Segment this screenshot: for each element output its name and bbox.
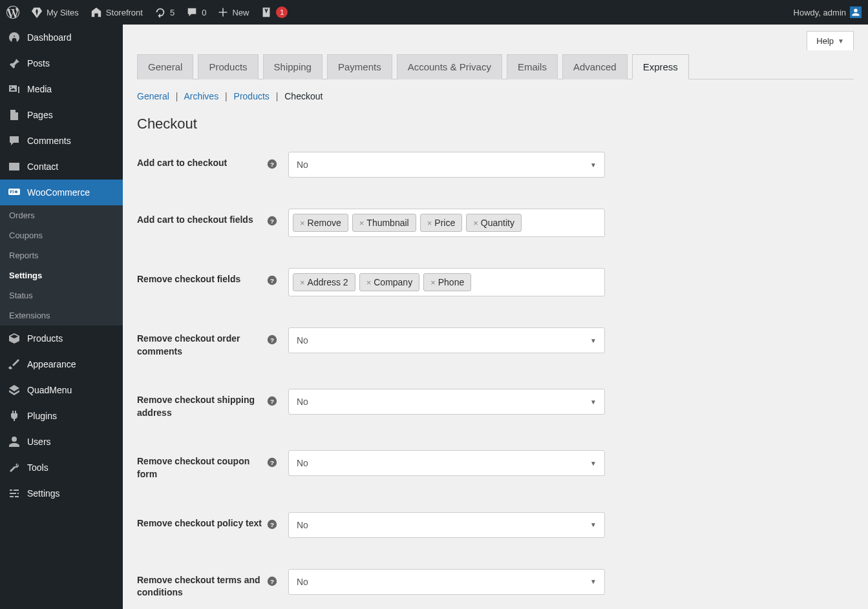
- chevron-down-icon: ▼: [590, 460, 597, 467]
- sidebar-item-settings[interactable]: Settings: [0, 480, 123, 506]
- my-sites-link[interactable]: My Sites: [31, 6, 79, 18]
- comments-icon: [8, 134, 21, 147]
- select-value: No: [297, 335, 308, 346]
- sidebar-item-contact[interactable]: Contact: [0, 154, 123, 180]
- avatar-icon: [850, 6, 862, 18]
- help-icon[interactable]: ?: [266, 395, 278, 407]
- tag-remove[interactable]: ×Remove: [293, 214, 348, 232]
- sidebar-item-tools[interactable]: Tools: [0, 455, 123, 480]
- help-label: Help: [816, 36, 834, 46]
- close-icon[interactable]: ×: [473, 218, 478, 228]
- field-remove-fields: Remove checkout fields ? ×Address 2 ×Com…: [137, 268, 854, 296]
- sidebar-sub-status[interactable]: Status: [0, 285, 123, 305]
- brush-icon: [8, 358, 21, 371]
- plug-icon: [8, 409, 21, 422]
- svg-text:?: ?: [270, 277, 274, 284]
- help-icon[interactable]: ?: [266, 274, 278, 286]
- sidebar-sub-orders[interactable]: Orders: [0, 205, 123, 225]
- chevron-down-icon: ▼: [838, 37, 844, 45]
- yoast-link[interactable]: 1: [260, 6, 288, 18]
- pushpin-icon: [8, 57, 21, 70]
- sidebar-item-appearance[interactable]: Appearance: [0, 351, 123, 377]
- tag-address2[interactable]: ×Address 2: [293, 273, 355, 291]
- close-icon[interactable]: ×: [300, 218, 305, 228]
- tab-express[interactable]: Express: [632, 54, 689, 79]
- select-order-comments[interactable]: No ▼: [288, 327, 605, 353]
- sidebar-sub-coupons[interactable]: Coupons: [0, 225, 123, 245]
- sidebar-submenu: Orders Coupons Reports Settings Status E…: [0, 205, 123, 325]
- close-icon[interactable]: ×: [300, 278, 305, 287]
- close-icon[interactable]: ×: [430, 278, 436, 287]
- close-icon[interactable]: ×: [359, 218, 365, 228]
- subtab-general[interactable]: General: [137, 91, 169, 101]
- tab-emails[interactable]: Emails: [507, 54, 558, 79]
- tag-company[interactable]: ×Company: [359, 273, 420, 291]
- new-label: New: [232, 8, 249, 17]
- select-policy[interactable]: No ▼: [288, 512, 605, 538]
- close-icon[interactable]: ×: [427, 218, 432, 228]
- media-icon: [8, 83, 21, 96]
- sidebar-label: Posts: [27, 58, 50, 68]
- account-link[interactable]: Howdy, admin: [794, 6, 862, 18]
- tab-products[interactable]: Products: [198, 54, 258, 79]
- help-icon[interactable]: ?: [266, 519, 278, 530]
- updates-link[interactable]: 5: [154, 6, 175, 18]
- select-add-cart[interactable]: No ▼: [288, 152, 605, 178]
- sidebar-item-comments[interactable]: Comments: [0, 128, 123, 154]
- help-icon[interactable]: ?: [266, 334, 278, 346]
- sidebar-item-users[interactable]: Users: [0, 429, 123, 455]
- sidebar-item-woocommerce[interactable]: WooCommerce: [0, 180, 123, 205]
- tab-accounts-privacy[interactable]: Accounts & Privacy: [397, 54, 502, 79]
- sidebar-label: Dashboard: [27, 32, 72, 43]
- help-button[interactable]: Help ▼: [807, 31, 854, 50]
- field-add-cart: Add cart to checkout ? No ▼: [137, 152, 854, 178]
- multiselect-cart-fields[interactable]: ×Remove ×Thumbnail ×Price ×Quantity: [288, 209, 605, 237]
- help-icon[interactable]: ?: [266, 457, 278, 468]
- subtab-products[interactable]: Products: [234, 91, 270, 101]
- sidebar-item-media[interactable]: Media: [0, 76, 123, 102]
- tag-quantity[interactable]: ×Quantity: [466, 214, 522, 232]
- select-coupon[interactable]: No ▼: [288, 450, 605, 476]
- help-icon[interactable]: ?: [266, 158, 278, 170]
- tag-price[interactable]: ×Price: [420, 214, 463, 232]
- new-link[interactable]: New: [218, 7, 249, 17]
- tab-general[interactable]: General: [137, 54, 193, 79]
- sidebar-item-posts[interactable]: Posts: [0, 50, 123, 76]
- tag-thumbnail[interactable]: ×Thumbnail: [352, 214, 416, 232]
- sidebar-item-pages[interactable]: Pages: [0, 102, 123, 128]
- subtab-archives[interactable]: Archives: [184, 91, 218, 101]
- tab-shipping[interactable]: Shipping: [263, 54, 323, 79]
- multiselect-remove-fields[interactable]: ×Address 2 ×Company ×Phone: [288, 268, 605, 296]
- sidebar-label: Appearance: [27, 359, 76, 369]
- help-icon[interactable]: ?: [266, 575, 278, 587]
- sidebar-sub-settings[interactable]: Settings: [0, 265, 123, 285]
- sidebar-item-quadmenu[interactable]: QuadMenu: [0, 377, 123, 403]
- sidebar-item-dashboard[interactable]: Dashboard: [0, 25, 123, 50]
- comments-link[interactable]: 0: [186, 6, 206, 18]
- help-icon[interactable]: ?: [266, 215, 278, 227]
- quadmenu-icon: [8, 384, 21, 397]
- select-terms[interactable]: No ▼: [288, 569, 605, 595]
- site-link[interactable]: Storefront: [90, 6, 143, 18]
- field-coupon: Remove checkout coupon form ? No ▼: [137, 450, 854, 480]
- comments-count: 0: [202, 8, 206, 17]
- sidebar-item-plugins[interactable]: Plugins: [0, 403, 123, 429]
- field-policy: Remove checkout policy text ? No ▼: [137, 512, 854, 538]
- sidebar-sub-reports[interactable]: Reports: [0, 245, 123, 265]
- settings-tabs: General Products Shipping Payments Accou…: [137, 54, 854, 79]
- tag-phone[interactable]: ×Phone: [423, 273, 471, 291]
- sidebar-label: Contact: [27, 161, 58, 172]
- sidebar-label: Pages: [27, 110, 53, 120]
- label-policy: Remove checkout policy text: [137, 512, 266, 530]
- sidebar-sub-extensions[interactable]: Extensions: [0, 305, 123, 325]
- products-icon: [8, 332, 21, 345]
- tab-advanced[interactable]: Advanced: [562, 54, 628, 79]
- close-icon[interactable]: ×: [366, 278, 372, 287]
- sidebar-item-products[interactable]: Products: [0, 325, 123, 351]
- admin-sidebar: Dashboard Posts Media Pages Comments Con…: [0, 25, 123, 609]
- admin-toolbar: My Sites Storefront 5 0 New 1 Howdy, adm…: [0, 0, 868, 25]
- select-shipping-addr[interactable]: No ▼: [288, 389, 605, 415]
- tab-payments[interactable]: Payments: [327, 54, 392, 79]
- wp-logo[interactable]: [6, 6, 19, 19]
- pages-icon: [8, 108, 21, 121]
